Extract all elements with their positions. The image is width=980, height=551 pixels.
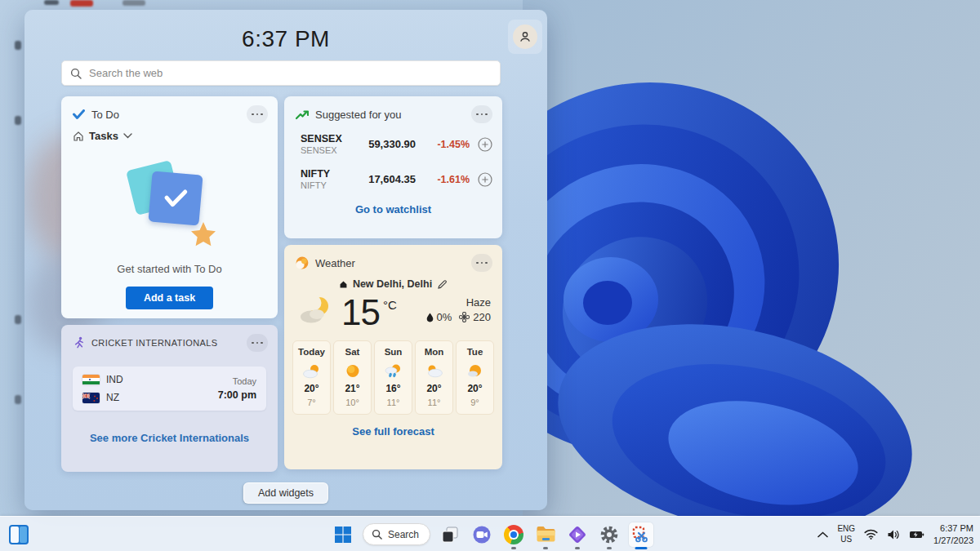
chat-icon (472, 525, 492, 544)
forecast-hi: 21° (336, 383, 369, 394)
snipping-tool-icon (631, 525, 651, 544)
search-input[interactable] (89, 67, 492, 79)
see-more-cricket-link[interactable]: See more Cricket Internationals (61, 432, 278, 444)
droplet-icon (426, 313, 434, 322)
todo-more-button[interactable] (247, 105, 268, 123)
forecast-day[interactable]: Today 20° 7° (292, 340, 331, 415)
home-icon (339, 280, 348, 289)
star-icon (189, 221, 217, 248)
file-explorer-button[interactable] (533, 522, 558, 547)
weather-more-button[interactable] (471, 254, 492, 272)
india-flag-icon (82, 375, 100, 385)
widgets-panel: 6:37 PM To Do Tasks (24, 10, 547, 510)
todo-list-label: Tasks (89, 130, 118, 142)
forecast-day-name: Tue (458, 347, 492, 357)
precip-value: 0% (437, 311, 452, 323)
search-icon (372, 529, 382, 540)
wallpaper-bloom (523, 0, 980, 517)
gear-icon (599, 525, 619, 544)
add-to-watchlist-button[interactable] (478, 172, 492, 187)
volume-button[interactable] (887, 529, 900, 540)
suggested-more-button[interactable] (471, 105, 492, 123)
tray-time: 6:37 PM (940, 523, 973, 533)
wifi-icon (864, 529, 878, 540)
wifi-button[interactable] (864, 529, 878, 540)
todo-list-selector[interactable]: Tasks (73, 130, 278, 142)
web-search-bar[interactable] (61, 60, 501, 86)
cricket-player-icon (73, 336, 85, 349)
movies-app-button[interactable] (565, 522, 590, 547)
newzealand-flag-icon (82, 393, 100, 403)
snipping-tool-button[interactable] (629, 522, 653, 547)
cricket-widget: CRICKET INTERNATIONALS IND (61, 325, 278, 472)
aqi-icon (459, 312, 470, 322)
widgets-taskbar-button[interactable] (7, 522, 31, 547)
add-task-button[interactable]: Add a task (126, 287, 213, 309)
team1-name: IND (106, 374, 123, 385)
stock-price: 17,604.35 (359, 173, 427, 185)
stock-row[interactable]: NIFTY NIFTY 17,604.35 -1.61% (284, 163, 502, 195)
aqi-value: 220 (473, 311, 491, 323)
trending-up-icon (296, 109, 309, 120)
battery-charging-icon (909, 530, 924, 540)
desktop-icon-fragment (15, 116, 21, 125)
see-full-forecast-link[interactable]: See full forecast (284, 425, 502, 438)
forecast-lo: 11° (376, 398, 410, 407)
add-to-watchlist-button[interactable] (478, 137, 492, 152)
forecast-day[interactable]: Mon 20° 11° (415, 340, 453, 415)
desktop-icon-fragment (15, 41, 21, 50)
avatar (513, 24, 537, 49)
tray-date: 1/27/2023 (933, 535, 973, 545)
windows-start-icon (334, 526, 352, 544)
forecast-lo: 10° (336, 398, 369, 407)
forecast-lo: 7° (295, 398, 328, 407)
go-to-watchlist-link[interactable]: Go to watchlist (284, 203, 502, 216)
clock-date[interactable]: 6:37 PM 1/27/2023 (933, 522, 973, 547)
weather-location-row[interactable]: New Delhi, Delhi (284, 278, 502, 290)
match-time: 7:00 pm (218, 389, 256, 401)
moon-cloud-icon (297, 295, 335, 326)
plus-circle-icon (478, 137, 492, 152)
tray-chevron-button[interactable] (817, 531, 828, 538)
partly-cloudy-icon (302, 363, 322, 379)
pencil-icon[interactable] (437, 279, 448, 290)
cricket-more-button[interactable] (247, 334, 268, 352)
chat-button[interactable] (470, 522, 494, 547)
match-card[interactable]: IND NZ (73, 367, 266, 411)
forecast-day[interactable]: Sat 21° 10° (333, 340, 372, 415)
add-widgets-button[interactable]: Add widgets (243, 482, 328, 504)
chrome-button[interactable] (501, 522, 526, 547)
stock-row[interactable]: SENSEX SENSEX 59,330.90 -1.45% (284, 128, 502, 160)
forecast-day-name: Today (295, 347, 328, 357)
weather-location: New Delhi, Delhi (353, 278, 432, 290)
note-check-icon (148, 171, 203, 225)
stock-change: -1.61% (427, 174, 470, 185)
current-temp: 15 (341, 295, 380, 331)
desktop-icon-fragment (15, 315, 21, 324)
stock-price: 59,330.90 (359, 138, 427, 150)
language-indicator[interactable]: ENG US (837, 524, 855, 544)
forecast-day[interactable]: Sun 16° 11° (374, 340, 412, 415)
desktop-icon-fragment (44, 0, 59, 5)
forecast-day[interactable]: Tue 20° 9° (456, 340, 494, 415)
plus-circle-icon (478, 172, 492, 187)
desktop-icon-fragment (15, 395, 21, 404)
taskbar: Search (0, 516, 980, 551)
language-line1: ENG (837, 524, 855, 533)
start-button[interactable] (331, 522, 355, 547)
battery-button[interactable] (909, 530, 924, 540)
showers-icon (384, 363, 403, 379)
task-view-button[interactable] (438, 522, 462, 547)
search-icon (70, 68, 82, 79)
taskbar-search-label: Search (388, 529, 419, 540)
movies-diamond-icon (568, 525, 587, 544)
sunny-icon (345, 363, 361, 379)
forecast-lo: 9° (458, 398, 492, 407)
stock-symbol: SENSEX (301, 133, 359, 144)
profile-button[interactable] (508, 20, 542, 54)
taskbar-search[interactable]: Search (363, 523, 430, 545)
forecast-row: Today 20° 7° Sat 21° 10° Sun (284, 331, 502, 415)
forecast-day-name: Mon (417, 347, 451, 357)
settings-button[interactable] (597, 522, 621, 547)
folder-icon (536, 526, 556, 543)
